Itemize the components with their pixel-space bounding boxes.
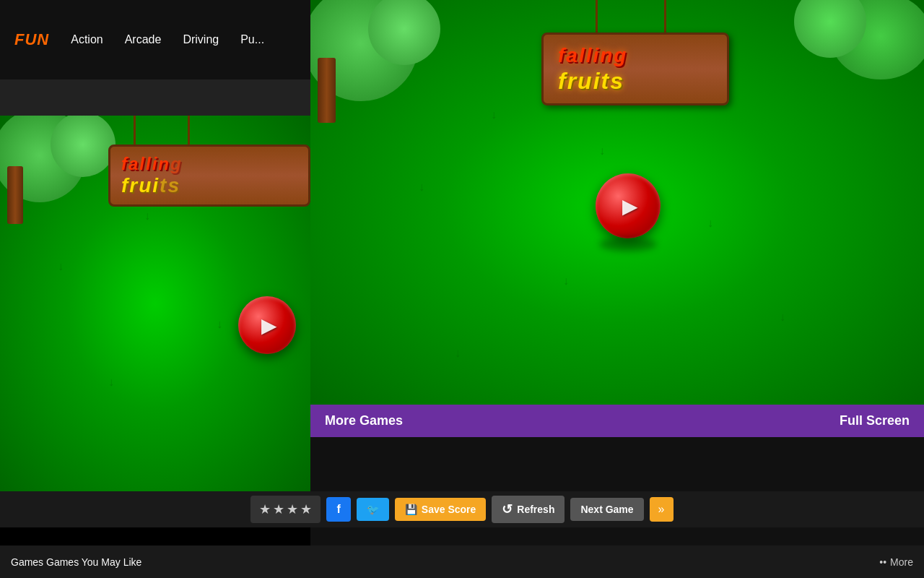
sign-fruits-left: fruits <box>121 174 297 197</box>
dl-arrow-5: ↓ <box>707 217 713 230</box>
sign-fruits-right: fruits <box>558 68 712 95</box>
sign-board-left-panel: falling fruits <box>108 144 310 207</box>
twitter-icon: 🐦 <box>367 504 379 515</box>
sign-falling-left: falling <box>121 154 297 174</box>
star-4[interactable]: ★ <box>300 501 312 517</box>
refresh-label: Refresh <box>517 504 554 515</box>
more-label: More <box>890 556 913 568</box>
dl-arrow-6: ↓ <box>563 275 569 288</box>
left-dl-2: ↓ <box>144 210 150 223</box>
facebook-button[interactable]: f <box>326 497 350 522</box>
games-prefix: Games <box>11 556 46 568</box>
action-bar: ★ ★ ★ ★ f 🐦 💾 Save Score ↻ Refresh Next … <box>0 491 924 527</box>
nav-driving[interactable]: Driving <box>183 33 219 46</box>
facebook-icon: f <box>336 503 340 516</box>
dl-arrow-7: ↓ <box>780 311 785 324</box>
sign-rope-right <box>664 0 666 36</box>
dl-arrow-8: ↓ <box>455 347 461 360</box>
trunk-left-panel <box>7 166 23 224</box>
save-score-button[interactable]: 💾 Save Score <box>395 498 487 521</box>
bottom-game-bar: More Games Full Screen <box>310 405 924 437</box>
you-may-like-label: Games You May Like <box>46 556 141 568</box>
play-button-left[interactable] <box>238 296 296 354</box>
star-2[interactable]: ★ <box>273 501 284 517</box>
nav-puzzle[interactable]: Pu... <box>240 33 264 46</box>
footer-bar: Games Games You May Like •• More <box>0 545 924 578</box>
dl-arrow-4: ↓ <box>419 181 424 194</box>
left-dl-5: ↓ <box>108 376 114 389</box>
left-dl-3: ↓ <box>58 260 64 273</box>
game-area-right[interactable]: ↓ ↓ ↓ ↓ ↓ ↓ ↓ ↓ falling fruits <box>310 0 924 412</box>
rating-stars[interactable]: ★ ★ ★ ★ <box>250 496 321 523</box>
star-3[interactable]: ★ <box>287 501 298 517</box>
fullscreen-button[interactable]: Full Screen <box>840 413 910 428</box>
next-game-arrow-button[interactable]: » <box>650 497 674 522</box>
play-button-shadow-right <box>599 237 657 251</box>
sign-board-right: falling fruits <box>541 33 729 105</box>
sign-rope-left <box>596 0 598 36</box>
nav-arcade[interactable]: Arcade <box>125 33 162 46</box>
nav-action[interactable]: Action <box>71 33 103 46</box>
twitter-button[interactable]: 🐦 <box>357 498 389 521</box>
star-1[interactable]: ★ <box>259 501 271 517</box>
left-sign-rope-l <box>134 116 136 148</box>
dl-arrow-2: ↓ <box>491 108 497 121</box>
dl-arrow-3: ↓ <box>599 144 605 158</box>
refresh-button[interactable]: ↻ Refresh <box>492 496 565 523</box>
left-sign-rope-r <box>188 116 190 148</box>
search-bar <box>0 79 310 116</box>
logo[interactable]: FUN <box>14 30 49 49</box>
trunk-right-panel <box>318 58 336 123</box>
you-may-like-text: Games Games You May Like <box>11 556 141 568</box>
game-area-left: ↓ ↓ ↓ ↓ ↓ falling fruits <box>0 116 310 491</box>
sign-falling-right: falling <box>558 43 712 68</box>
navbar: FUN Action Arcade Driving Pu... <box>0 0 310 79</box>
refresh-icon: ↻ <box>502 501 513 517</box>
next-game-button[interactable]: Next Game <box>570 498 643 521</box>
save-score-label: Save Score <box>422 504 476 515</box>
foliage-left-panel2 <box>51 116 116 177</box>
next-game-label: Next Game <box>580 504 633 515</box>
more-games-link[interactable]: More Games <box>325 413 403 428</box>
footer-more-button[interactable]: •• More <box>879 556 913 568</box>
foliage-right-panel-left2 <box>368 0 440 65</box>
play-button-right[interactable] <box>596 173 661 238</box>
save-icon: 💾 <box>405 504 417 515</box>
left-dl-4: ↓ <box>217 318 222 331</box>
more-dots-icon: •• <box>879 556 886 568</box>
next-arrow-icon: » <box>658 503 665 515</box>
